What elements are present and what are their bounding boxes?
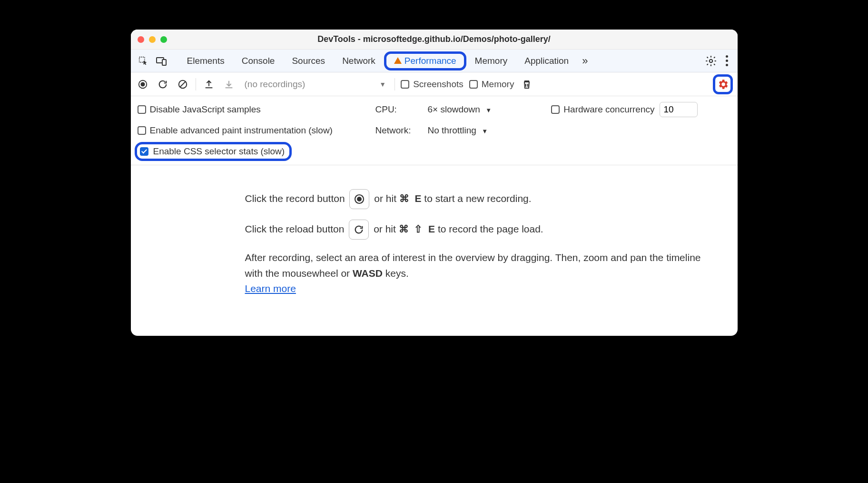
performance-landing: Click the record button or hit ⌘ E to st…: [131, 165, 738, 336]
warning-icon: [394, 57, 402, 64]
clear-button[interactable]: [176, 77, 190, 91]
hardware-concurrency-checkbox[interactable]: [551, 105, 560, 114]
disable-js-samples-row[interactable]: Disable JavaScript samples: [138, 104, 261, 115]
main-tabbar: Elements Console Sources Network Perform…: [131, 50, 738, 72]
window-title: DevTools - microsoftedge.github.io/Demos…: [131, 34, 738, 44]
cpu-label: CPU:: [375, 104, 423, 115]
device-toolbar-icon[interactable]: [154, 53, 169, 69]
svg-point-5: [140, 82, 145, 86]
dropdown-caret-icon: ▼: [482, 128, 488, 135]
instruction-analyze: After recording, select an area of inter…: [245, 250, 709, 297]
svg-point-3: [709, 59, 712, 62]
advanced-paint-row[interactable]: Enable advanced paint instrumentation (s…: [138, 125, 333, 136]
disable-js-samples-checkbox[interactable]: [138, 105, 146, 114]
settings-icon[interactable]: [703, 53, 719, 69]
traffic-lights: [138, 36, 167, 43]
network-label: Network:: [375, 125, 423, 136]
record-button[interactable]: [136, 77, 150, 91]
separator: [196, 78, 196, 91]
dropdown-caret-icon: ▼: [379, 80, 386, 88]
tab-memory[interactable]: Memory: [466, 52, 516, 70]
memory-checkbox-row[interactable]: Memory: [469, 79, 514, 90]
upload-button[interactable]: [202, 77, 216, 91]
memory-label: Memory: [482, 79, 514, 90]
titlebar: DevTools - microsoftedge.github.io/Demos…: [131, 30, 738, 50]
network-throttling-select[interactable]: No throttling ▼: [428, 125, 488, 136]
css-selector-stats-checkbox[interactable]: [140, 147, 148, 156]
screenshots-checkbox[interactable]: [401, 80, 409, 89]
download-button[interactable]: [222, 77, 236, 91]
dropdown-caret-icon: ▼: [485, 107, 492, 114]
tab-console[interactable]: Console: [233, 52, 284, 70]
tab-application[interactable]: Application: [516, 52, 577, 70]
collect-garbage-icon[interactable]: [520, 77, 534, 91]
minimize-window-button[interactable]: [149, 36, 156, 43]
hardware-concurrency-label: Hardware concurrency: [563, 104, 654, 115]
tab-sources[interactable]: Sources: [283, 52, 334, 70]
advanced-paint-label: Enable advanced paint instrumentation (s…: [150, 125, 333, 136]
tab-performance[interactable]: Performance: [384, 51, 466, 70]
svg-point-9: [357, 197, 362, 201]
recordings-placeholder: (no recordings): [245, 79, 306, 90]
reload-inline-icon: [349, 220, 369, 240]
screenshots-checkbox-row[interactable]: Screenshots: [401, 79, 464, 90]
maximize-window-button[interactable]: [160, 36, 167, 43]
close-window-button[interactable]: [138, 36, 144, 43]
svg-line-7: [180, 81, 185, 87]
memory-checkbox[interactable]: [469, 80, 478, 89]
hardware-concurrency-row[interactable]: Hardware concurrency: [551, 104, 654, 115]
tab-elements[interactable]: Elements: [178, 52, 233, 70]
instruction-reload: Click the reload button or hit ⌘ ⇧ E to …: [245, 220, 709, 240]
recordings-select[interactable]: (no recordings) ▼: [242, 79, 389, 90]
learn-more-link[interactable]: Learn more: [245, 283, 296, 294]
devtools-window: DevTools - microsoftedge.github.io/Demos…: [131, 30, 738, 336]
svg-rect-2: [162, 60, 166, 65]
screenshots-label: Screenshots: [413, 79, 464, 90]
tab-network[interactable]: Network: [334, 52, 384, 70]
more-tabs-icon[interactable]: »: [577, 55, 592, 67]
disable-js-samples-label: Disable JavaScript samples: [150, 104, 261, 115]
capture-settings-button[interactable]: [713, 74, 733, 94]
separator: [395, 78, 395, 91]
performance-toolbar: (no recordings) ▼ Screenshots Memory: [131, 72, 738, 96]
record-inline-icon: [349, 189, 369, 209]
hardware-concurrency-input[interactable]: [660, 102, 698, 117]
tab-performance-label: Performance: [404, 56, 456, 66]
capture-settings-panel: Disable JavaScript samples CPU: 6× slowd…: [131, 96, 738, 165]
cpu-throttling-select[interactable]: 6× slowdown ▼: [428, 104, 492, 115]
reload-button[interactable]: [156, 77, 170, 91]
css-selector-stats-label: Enable CSS selector stats (slow): [153, 146, 285, 157]
more-options-icon[interactable]: [721, 55, 733, 66]
panel-tabs: Elements Console Sources Network Perform…: [178, 51, 593, 70]
inspect-element-icon[interactable]: [136, 53, 151, 69]
css-selector-stats-highlight: Enable CSS selector stats (slow): [135, 142, 292, 161]
advanced-paint-checkbox[interactable]: [138, 126, 146, 135]
instruction-record: Click the record button or hit ⌘ E to st…: [245, 189, 709, 209]
